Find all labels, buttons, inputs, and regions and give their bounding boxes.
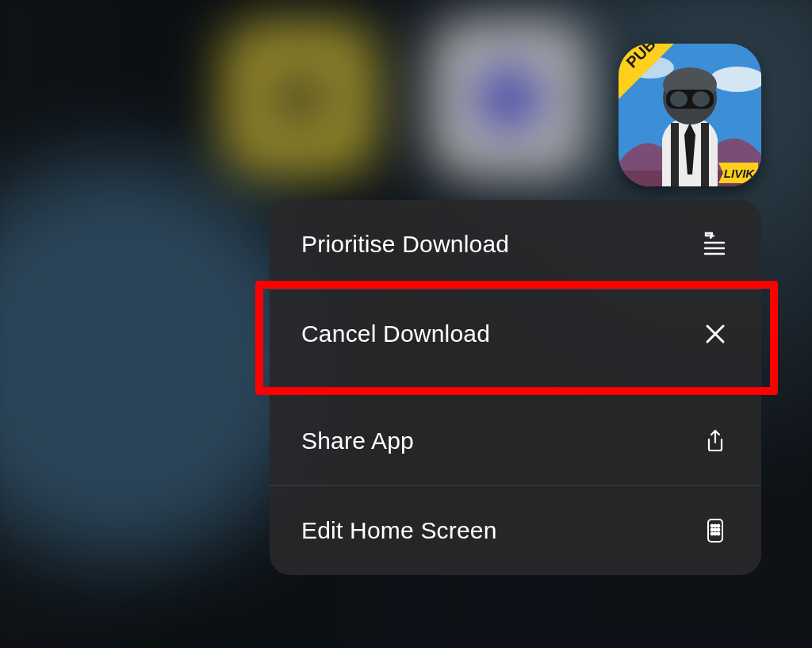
svg-point-19 xyxy=(711,525,714,527)
app-icon-sub-badge: LIVIK xyxy=(724,167,756,180)
menu-item-prioritise-download[interactable]: Prioritise Download xyxy=(270,200,761,289)
svg-rect-7 xyxy=(701,123,709,186)
priority-list-icon xyxy=(701,230,730,259)
svg-point-20 xyxy=(714,525,717,527)
close-icon xyxy=(701,320,730,348)
svg-point-24 xyxy=(718,529,720,531)
menu-item-cancel-download[interactable]: Cancel Download xyxy=(270,289,761,378)
context-menu-group: Prioritise Download Cancel Download xyxy=(270,200,761,378)
apps-grid-icon xyxy=(701,516,730,545)
svg-point-22 xyxy=(711,529,714,531)
menu-item-label: Cancel Download xyxy=(301,320,490,347)
context-menu-group: Share App Edit Home Screen xyxy=(270,396,761,575)
svg-point-12 xyxy=(692,91,710,107)
menu-item-label: Prioritise Download xyxy=(301,231,509,258)
svg-point-26 xyxy=(714,533,717,535)
app-icon-pubg[interactable]: PUBG LIVIK xyxy=(619,44,761,186)
share-icon xyxy=(701,427,730,455)
blurred-app-icon xyxy=(221,20,378,177)
menu-item-share-app[interactable]: Share App xyxy=(270,397,761,485)
menu-item-edit-home-screen[interactable]: Edit Home Screen xyxy=(270,485,761,575)
menu-item-label: Edit Home Screen xyxy=(301,517,497,544)
svg-rect-6 xyxy=(671,123,679,186)
svg-point-25 xyxy=(711,533,714,535)
svg-point-11 xyxy=(670,91,688,107)
svg-point-27 xyxy=(718,533,720,535)
menu-item-label: Share App xyxy=(301,428,414,454)
svg-point-23 xyxy=(714,529,717,531)
blurred-app-icon xyxy=(431,20,588,177)
app-context-menu: Prioritise Download Cancel Download xyxy=(270,200,761,575)
svg-point-21 xyxy=(718,525,720,527)
